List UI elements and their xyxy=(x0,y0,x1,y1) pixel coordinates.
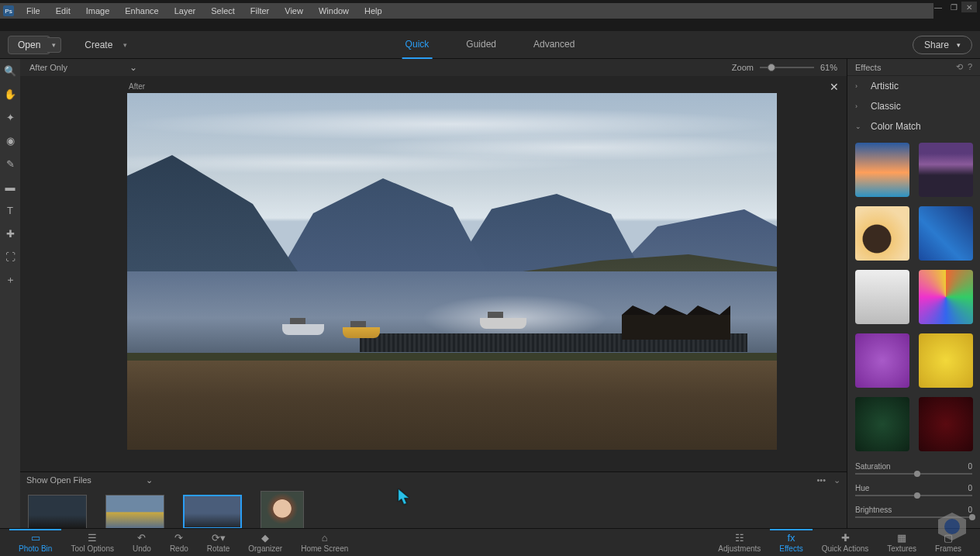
close-document-button[interactable]: ✕ xyxy=(830,81,839,93)
effect-thumb-1[interactable] xyxy=(855,143,909,197)
menubar: Ps File Edit Image Enhance Layer Select … xyxy=(0,3,933,19)
effects-button[interactable]: fx Effects xyxy=(770,529,812,553)
photo-bin-icon: ▭ xyxy=(31,532,40,544)
textures-button[interactable]: ▦ Textures xyxy=(878,532,926,553)
menu-enhance[interactable]: Enhance xyxy=(117,6,166,16)
window-close-button[interactable]: ✕ xyxy=(961,2,977,12)
tab-advanced[interactable]: Advanced xyxy=(530,31,578,59)
effect-thumb-5[interactable] xyxy=(855,270,909,324)
textures-icon: ▦ xyxy=(897,532,906,544)
category-colormatch-label: Color Match xyxy=(871,121,921,132)
window-maximize-button[interactable]: ❐ xyxy=(946,2,961,12)
saturation-value: 0 xyxy=(968,462,972,471)
panel-reset-icon[interactable]: ⟲ xyxy=(956,62,963,72)
menu-help[interactable]: Help xyxy=(357,6,390,16)
effect-thumb-2[interactable] xyxy=(919,143,973,197)
zoom-value: 61% xyxy=(820,63,837,72)
redeye-tool-icon[interactable]: ◉ xyxy=(3,133,17,147)
after-label: After xyxy=(129,82,145,91)
home-screen-button[interactable]: ⌂ Home Screen xyxy=(292,532,357,553)
menu-file[interactable]: File xyxy=(19,6,48,16)
effect-thumb-6[interactable] xyxy=(919,270,973,324)
right-panel: Effects ⟲ ? › Artistic › Classic ⌄ Color… xyxy=(847,59,980,540)
open-button[interactable]: Open xyxy=(8,36,50,54)
canvas-header: After Only Zoom 61% xyxy=(20,59,847,76)
chevron-down-icon: ⌄ xyxy=(855,123,863,130)
app-logo-icon: Ps xyxy=(3,5,14,16)
panel-help-icon[interactable]: ? xyxy=(968,62,972,72)
photo-bin-dropdown[interactable]: Show Open Files xyxy=(26,475,153,485)
photo-bin-label: Show Open Files xyxy=(26,475,91,485)
bin-thumb-2[interactable] xyxy=(105,495,164,529)
view-mode-label: After Only xyxy=(29,63,67,72)
saturation-label: Saturation xyxy=(855,462,891,471)
mode-tabs: Quick Guided Advanced xyxy=(402,31,578,59)
zoom-slider[interactable] xyxy=(760,67,814,68)
effects-icon: fx xyxy=(787,532,795,544)
bin-thumb-1[interactable] xyxy=(28,495,87,529)
menu-select[interactable]: Select xyxy=(203,6,243,16)
menu-image[interactable]: Image xyxy=(78,6,118,16)
category-artistic-label: Artistic xyxy=(871,81,899,92)
rotate-button[interactable]: ⟳▾ Rotate xyxy=(198,532,239,553)
chevron-right-icon: › xyxy=(855,102,863,110)
tab-guided[interactable]: Guided xyxy=(463,31,499,59)
effect-thumb-8[interactable] xyxy=(919,333,973,388)
effect-thumb-10[interactable] xyxy=(919,397,973,451)
undo-icon: ↶ xyxy=(137,532,146,544)
undo-button[interactable]: ↶ Undo xyxy=(123,532,160,553)
menu-filter[interactable]: Filter xyxy=(243,6,277,16)
organizer-button[interactable]: ◆ Organizer xyxy=(239,532,292,553)
bottom-bar: ▭ Photo Bin ☰ Tool Options ↶ Undo ↷ Redo… xyxy=(0,528,980,556)
whiten-teeth-tool-icon[interactable]: ✎ xyxy=(3,157,17,171)
spot-heal-tool-icon[interactable]: ✚ xyxy=(3,226,17,240)
quick-actions-button[interactable]: ✚ Quick Actions xyxy=(813,532,878,553)
crop-tool-icon[interactable]: ⛶ xyxy=(3,250,17,264)
bin-menu-icon[interactable]: ••• xyxy=(816,475,826,485)
share-button[interactable]: Share xyxy=(913,36,972,54)
view-mode-dropdown[interactable]: After Only xyxy=(29,62,137,73)
menu-view[interactable]: View xyxy=(277,6,311,16)
effect-thumb-3[interactable] xyxy=(855,206,909,261)
category-color-match[interactable]: ⌄ Color Match xyxy=(847,116,980,136)
effect-thumb-4[interactable] xyxy=(919,206,973,261)
bin-thumb-4[interactable] xyxy=(261,491,304,533)
quick-actions-icon: ✚ xyxy=(841,532,850,544)
rotate-icon: ⟳▾ xyxy=(212,532,226,544)
hue-slider[interactable] xyxy=(855,495,972,496)
move-tool-icon[interactable]: ＋ xyxy=(3,273,17,287)
zoom-control: Zoom 61% xyxy=(732,63,837,72)
effects-panel-header: Effects ⟲ ? xyxy=(847,59,980,76)
adjustments-button[interactable]: ☷ Adjustments xyxy=(709,532,770,553)
quick-select-tool-icon[interactable]: ✦ xyxy=(3,110,17,124)
effect-thumbnails xyxy=(847,136,980,458)
zoom-tool-icon[interactable]: 🔍 xyxy=(3,64,17,78)
type-tool-icon[interactable]: T xyxy=(3,203,17,217)
straighten-tool-icon[interactable]: ▬ xyxy=(3,180,17,194)
watermark-badge xyxy=(938,513,966,540)
organizer-icon: ◆ xyxy=(261,532,269,544)
menu-edit[interactable]: Edit xyxy=(48,6,78,16)
effect-thumb-9[interactable] xyxy=(855,397,909,451)
redo-button[interactable]: ↷ Redo xyxy=(160,532,198,553)
document-canvas[interactable] xyxy=(127,93,777,450)
canvas-area: After Only Zoom 61% After ✕ xyxy=(20,59,847,540)
category-classic-label: Classic xyxy=(871,101,901,112)
hand-tool-icon[interactable]: ✋ xyxy=(3,87,17,101)
create-button[interactable]: Create xyxy=(77,36,135,54)
menu-window[interactable]: Window xyxy=(311,6,357,16)
bin-collapse-icon[interactable]: ⌄ xyxy=(833,475,840,485)
open-dropdown-button[interactable]: ▾ xyxy=(47,37,61,53)
tool-options-button[interactable]: ☰ Tool Options xyxy=(61,532,123,553)
tab-quick[interactable]: Quick xyxy=(402,31,433,59)
menu-layer[interactable]: Layer xyxy=(167,6,204,16)
hue-label: Hue xyxy=(855,484,869,492)
category-classic[interactable]: › Classic xyxy=(847,96,980,116)
home-icon: ⌂ xyxy=(322,532,328,544)
effect-thumb-7[interactable] xyxy=(855,333,909,388)
category-artistic[interactable]: › Artistic xyxy=(847,76,980,96)
saturation-slider[interactable] xyxy=(855,473,972,475)
bin-thumb-3[interactable] xyxy=(183,495,242,529)
left-toolbar: 🔍 ✋ ✦ ◉ ✎ ▬ T ✚ ⛶ ＋ xyxy=(0,59,20,540)
photo-bin-button[interactable]: ▭ Photo Bin xyxy=(9,529,61,553)
